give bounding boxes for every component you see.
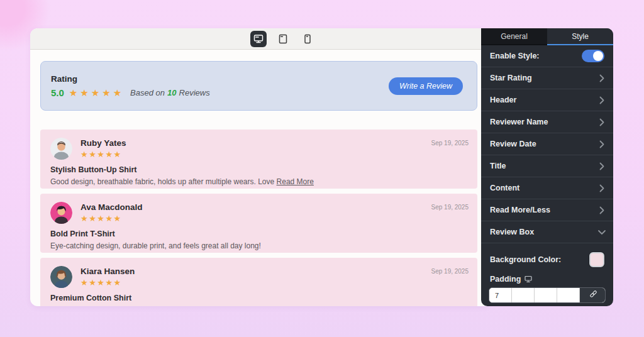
tablet-icon bbox=[279, 34, 287, 44]
padding-top-input[interactable] bbox=[489, 288, 512, 302]
review-text: Good design, breathable fabric, holds up… bbox=[50, 177, 274, 186]
desktop-icon bbox=[253, 34, 264, 44]
rating-label: Rating bbox=[51, 74, 210, 84]
review-list: Sep 19, 2025 Ruby Yates ★★★★★ Stylish Bu… bbox=[40, 130, 477, 306]
review-count-text: Based on10Reviews bbox=[130, 88, 210, 97]
chevron-right-icon bbox=[599, 206, 604, 214]
chevron-down-icon bbox=[599, 228, 604, 236]
review-card: Sep 19, 2025 Ava Macdonald ★★★★★ Bold Pr… bbox=[40, 194, 477, 253]
review-content: Good design, breathable fabric, holds up… bbox=[50, 177, 467, 186]
enable-style-row: Enable Style: bbox=[481, 45, 613, 67]
tablet-preview-button[interactable] bbox=[275, 31, 291, 47]
chevron-right-icon bbox=[599, 96, 604, 104]
section-label: Header bbox=[490, 96, 516, 104]
review-stars: ★★★★★ bbox=[80, 150, 126, 158]
style-section-title[interactable]: Title bbox=[481, 155, 613, 177]
padding-axis-labels: TOP RIGHT BOTTOM LEFT bbox=[489, 306, 606, 306]
section-label: Title bbox=[490, 162, 506, 170]
read-more-link[interactable]: Read More bbox=[277, 177, 314, 186]
chevron-right-icon bbox=[599, 74, 604, 82]
padding-label: Padding bbox=[490, 275, 521, 284]
axis-label-right: RIGHT bbox=[511, 306, 534, 306]
padding-header: Padding bbox=[481, 267, 613, 287]
chevron-right-icon bbox=[599, 162, 604, 170]
tab-general[interactable]: General bbox=[481, 28, 547, 45]
settings-panel: General Style Enable Style: Star Rating … bbox=[481, 28, 613, 306]
background-color-swatch[interactable] bbox=[589, 252, 604, 267]
style-section-read-more-less[interactable]: Read More/Less bbox=[481, 199, 613, 221]
review-text: Eye-catching design, durable print, and … bbox=[50, 241, 261, 250]
mobile-icon bbox=[304, 34, 311, 44]
reviews-text: Reviews bbox=[179, 88, 210, 97]
enable-style-label: Enable Style: bbox=[490, 52, 540, 60]
write-review-button[interactable]: Write a Review bbox=[389, 77, 463, 95]
axis-label-left: LEFT bbox=[557, 306, 579, 306]
desktop-preview-button[interactable] bbox=[250, 31, 267, 47]
review-content: Amazing fit, soft material, and looks sh… bbox=[50, 306, 467, 306]
padding-bottom-input[interactable] bbox=[535, 288, 557, 302]
review-date: Sep 19, 2025 bbox=[431, 204, 469, 211]
axis-label-bottom: BOTTOM bbox=[534, 306, 557, 306]
review-date: Sep 19, 2025 bbox=[431, 268, 469, 275]
chevron-right-icon bbox=[599, 184, 604, 192]
section-label: Review Date bbox=[490, 140, 536, 148]
section-label: Star Rating bbox=[490, 74, 532, 82]
avatar bbox=[50, 266, 72, 288]
rating-score: 5.0 bbox=[51, 87, 64, 98]
responsive-desktop-icon[interactable] bbox=[525, 275, 532, 283]
style-section-star-rating[interactable]: Star Rating bbox=[481, 67, 613, 89]
device-toolbar bbox=[30, 28, 487, 50]
style-section-content[interactable]: Content bbox=[481, 177, 613, 199]
reviewer-name: Ava Macdonald bbox=[80, 202, 143, 212]
rating-stars: ★★★★★ bbox=[69, 88, 124, 97]
panel-tabs: General Style bbox=[481, 28, 613, 45]
avatar bbox=[50, 138, 72, 160]
style-section-reviewer-name[interactable]: Reviewer Name bbox=[481, 111, 613, 133]
rating-summary: Rating 5.0 ★★★★★ Based on10Reviews bbox=[51, 74, 210, 98]
based-on-text: Based on bbox=[130, 88, 165, 97]
background-color-label: Background Color: bbox=[490, 255, 561, 264]
axis-label-top: TOP bbox=[489, 306, 511, 306]
review-card: Sep 19, 2025 Ruby Yates ★★★★★ Stylish Bu… bbox=[40, 130, 477, 189]
tab-style[interactable]: Style bbox=[547, 28, 613, 45]
section-label: Reviewer Name bbox=[490, 118, 548, 126]
padding-inputs bbox=[489, 287, 606, 303]
reviewer-name: Kiara Hansen bbox=[80, 266, 135, 276]
review-title: Premium Cotton Shirt bbox=[50, 294, 467, 302]
chevron-right-icon bbox=[599, 140, 604, 148]
padding-right-input[interactable] bbox=[512, 288, 535, 302]
review-card: Sep 19, 2025 Kiara Hansen ★★★★★ Premium … bbox=[40, 258, 477, 306]
review-stars: ★★★★★ bbox=[80, 279, 135, 287]
enable-style-toggle[interactable] bbox=[582, 50, 604, 62]
toggle-knob bbox=[593, 51, 603, 61]
section-label: Content bbox=[490, 184, 519, 192]
style-section-header[interactable]: Header bbox=[481, 89, 613, 111]
review-title: Bold Print T-Shirt bbox=[50, 229, 467, 238]
chevron-right-icon bbox=[599, 118, 604, 126]
mobile-preview-button[interactable] bbox=[299, 31, 316, 47]
link-icon bbox=[589, 289, 598, 301]
background-color-row: Background Color: bbox=[481, 243, 613, 267]
style-section-review-box[interactable]: Review Box bbox=[481, 221, 613, 243]
review-count: 10 bbox=[167, 88, 176, 97]
review-title: Stylish Button-Up Shirt bbox=[50, 165, 467, 174]
editor-window: Rating 5.0 ★★★★★ Based on10Reviews Write… bbox=[30, 28, 487, 306]
style-section-review-date[interactable]: Review Date bbox=[481, 133, 613, 155]
section-label: Review Box bbox=[490, 228, 534, 236]
review-content: Eye-catching design, durable print, and … bbox=[50, 241, 467, 250]
reviewer-name: Ruby Yates bbox=[80, 138, 126, 148]
review-date: Sep 19, 2025 bbox=[431, 140, 469, 146]
link-values-button[interactable] bbox=[580, 288, 606, 302]
avatar bbox=[50, 202, 72, 224]
review-text: Amazing fit, soft material, and looks sh… bbox=[50, 306, 250, 306]
padding-left-input[interactable] bbox=[557, 288, 580, 302]
review-stars: ★★★★★ bbox=[80, 214, 143, 223]
widget-preview: Rating 5.0 ★★★★★ Based on10Reviews Write… bbox=[30, 50, 487, 306]
rating-summary-banner: Rating 5.0 ★★★★★ Based on10Reviews Write… bbox=[40, 61, 477, 111]
section-label: Read More/Less bbox=[490, 206, 550, 214]
